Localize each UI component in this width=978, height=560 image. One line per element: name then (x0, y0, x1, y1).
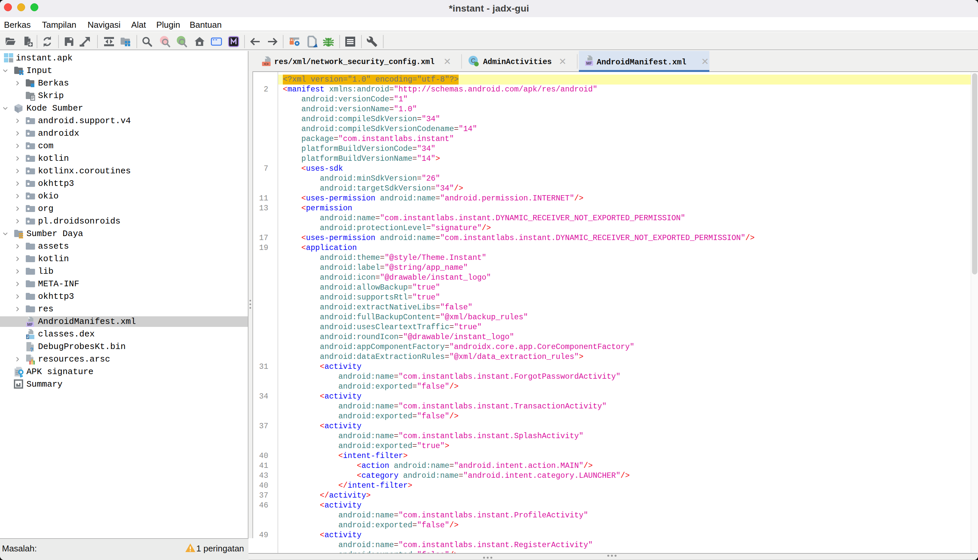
svg-text:J: J (27, 335, 29, 339)
svg-text:MF: MF (27, 322, 33, 327)
svg-text:<>: <> (264, 62, 269, 67)
svg-text:?: ? (30, 347, 33, 353)
svg-text:MF: MF (586, 61, 592, 66)
